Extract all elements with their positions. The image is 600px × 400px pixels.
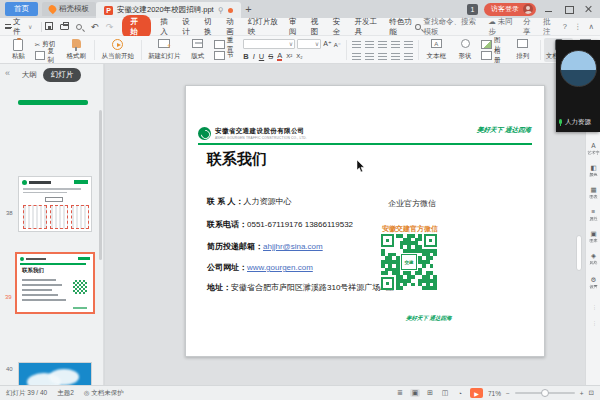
tab-animation[interactable]: 动画	[226, 17, 239, 37]
indent-decrease-icon[interactable]	[378, 41, 387, 48]
font-size-select[interactable]	[297, 39, 321, 49]
section-button[interactable]: 节	[214, 50, 239, 61]
sidebar-item-settings[interactable]: ⚙设置	[586, 276, 600, 289]
partial-slide-37[interactable]	[18, 100, 88, 105]
grow-font-icon[interactable]: A⁺	[323, 40, 331, 48]
sidebar-item-style[interactable]: ◈风格	[586, 252, 600, 265]
redo-icon[interactable]: ↷	[104, 22, 114, 32]
fit-slide-icon[interactable]: ⊡	[589, 389, 594, 397]
slideshow-play-button[interactable]: ▶	[470, 388, 483, 398]
sidebar-item-properties[interactable]: ≡属性	[586, 208, 600, 221]
tab-features[interactable]: 特色功能	[389, 17, 415, 37]
align-left-icon[interactable]	[352, 53, 361, 60]
line-spacing-icon[interactable]	[404, 41, 413, 48]
save-icon[interactable]	[44, 22, 54, 32]
slide-thumbnail-38[interactable]	[18, 176, 92, 232]
print-icon[interactable]	[59, 22, 69, 32]
textbox-button[interactable]: A 文本框	[422, 38, 451, 62]
tab-outline[interactable]: 大纲	[22, 70, 37, 80]
shape-button[interactable]: 形状	[451, 38, 480, 62]
preview-icon[interactable]	[74, 22, 84, 32]
doc-protect-status[interactable]: ◎ 文档未保护	[84, 389, 124, 398]
strikethrough-button[interactable]: S	[268, 52, 273, 61]
maximize-button[interactable]	[562, 3, 576, 15]
sidebar-item-chart[interactable]: ▦图表	[586, 186, 600, 199]
align-center-icon[interactable]	[365, 53, 374, 60]
help-button[interactable]: ?	[563, 22, 567, 31]
panel-scrollbar[interactable]	[99, 110, 102, 260]
more-icon[interactable]: ⋮	[574, 22, 582, 31]
numbered-list-icon[interactable]	[365, 41, 374, 48]
paste-button[interactable]: 粘贴	[4, 38, 33, 62]
comment-button[interactable]: 批注	[543, 17, 556, 37]
website-link[interactable]: www.gourgen.com	[247, 263, 313, 272]
superscript-button[interactable]: X²	[286, 53, 292, 59]
album-button[interactable]: 相册	[481, 50, 506, 61]
sync-status[interactable]: ☁ 未同步	[488, 17, 516, 37]
shrink-font-icon[interactable]: A⁻	[334, 41, 341, 48]
tab-start[interactable]: 开始	[122, 15, 151, 39]
collapse-ribbon-icon[interactable]: ∧	[589, 22, 595, 31]
font-color-button[interactable]: A	[277, 52, 282, 61]
undo-icon[interactable]: ↶	[89, 22, 99, 32]
template-store-tab[interactable]: 稻壳模板	[42, 2, 96, 16]
theme-name[interactable]: 主题2	[57, 389, 74, 398]
tab-design[interactable]: 设计	[182, 17, 195, 37]
tab-review[interactable]: 审阅	[289, 17, 302, 37]
zoom-slider-knob[interactable]	[541, 389, 549, 397]
tab-slideshow[interactable]: 幻灯片放映	[248, 17, 280, 37]
new-tab-button[interactable]: +	[241, 3, 257, 15]
tab-view[interactable]: 视图	[311, 17, 324, 37]
minimize-button[interactable]	[542, 3, 556, 15]
bullet-list-icon[interactable]	[352, 41, 361, 48]
underline-button[interactable]: U	[259, 52, 264, 61]
zoom-out-icon[interactable]: −	[506, 390, 510, 397]
guest-login-button[interactable]: 访客登录	[484, 3, 536, 16]
share-button[interactable]: 分享	[523, 17, 536, 37]
arrange-button[interactable]: 排列	[508, 38, 537, 62]
command-search[interactable]: 查找命令、搜索模板	[415, 17, 481, 37]
columns-icon[interactable]	[404, 53, 413, 60]
copy-button[interactable]: 复制	[35, 50, 60, 61]
close-button[interactable]	[582, 3, 596, 15]
notes-icon[interactable]: ≣	[395, 389, 405, 397]
bold-button[interactable]: B	[243, 52, 248, 61]
subscript-button[interactable]: X₂	[296, 53, 302, 59]
file-menu[interactable]: 文件 ∨	[0, 17, 38, 37]
reading-view-icon[interactable]: ◫	[440, 389, 450, 397]
tab-insert[interactable]: 插入	[160, 17, 173, 37]
font-family-select[interactable]	[243, 39, 295, 49]
tab-transition[interactable]: 切换	[204, 17, 217, 37]
italic-button[interactable]: I	[253, 52, 255, 61]
qr-center-label: 交建	[401, 254, 417, 270]
normal-view-icon[interactable]: ▣	[410, 389, 420, 397]
slide-thumbnail-39-selected[interactable]: 联系我们	[15, 252, 95, 314]
reset-button[interactable]: 重置	[214, 39, 239, 50]
zoom-slider[interactable]	[515, 392, 575, 394]
layout-button[interactable]: 版式	[183, 38, 212, 62]
sorter-view-icon[interactable]: ⊞	[425, 389, 435, 397]
canvas-scrollbar[interactable]	[576, 235, 582, 271]
sidebar-item-wordart[interactable]: A艺术字	[586, 142, 600, 155]
zoom-level[interactable]: 71%	[488, 390, 501, 397]
zoom-in-icon[interactable]: +	[580, 390, 584, 397]
justify-icon[interactable]	[391, 53, 400, 60]
new-slide-button[interactable]: 新建幻灯片	[145, 38, 183, 62]
slide-39-editor[interactable]: 安徽省交通建设股份有限公司 ANHUI GOURGEN TRAFFIC CONS…	[185, 85, 545, 357]
indent-increase-icon[interactable]	[391, 41, 400, 48]
play-from-current-button[interactable]: 从当前开始	[98, 38, 138, 62]
home-tab[interactable]: 首页	[5, 2, 38, 16]
align-right-icon[interactable]	[378, 53, 387, 60]
video-call-overlay[interactable]: 人力资源	[556, 40, 600, 132]
format-painter-button[interactable]: 格式刷	[62, 38, 91, 62]
email-link[interactable]: ahjjhr@sina.com	[263, 242, 323, 251]
notification-badge[interactable]: 1	[467, 4, 478, 15]
tab-slides[interactable]: 幻灯片	[43, 68, 82, 82]
pin-icon[interactable]: ⚲	[218, 6, 224, 15]
sidebar-item-color[interactable]: ◧颜色	[586, 164, 600, 177]
master-view-icon[interactable]: ◔	[455, 390, 465, 397]
collapse-panel-icon[interactable]: «	[5, 68, 10, 78]
sidebar-item-gallery[interactable]: ▣图库	[586, 230, 600, 243]
tab-devtools[interactable]: 开发工具	[355, 17, 381, 37]
tab-security[interactable]: 安全	[333, 17, 346, 37]
